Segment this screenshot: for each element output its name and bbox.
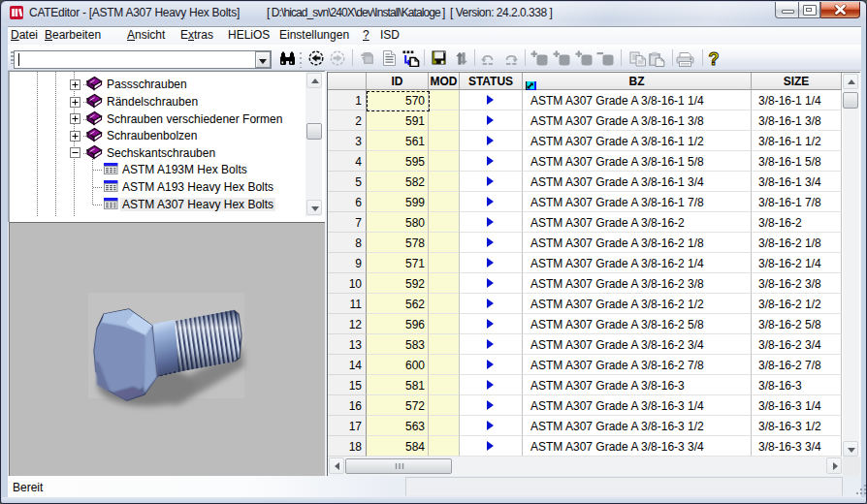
svg-text:?: ? [709,50,720,68]
